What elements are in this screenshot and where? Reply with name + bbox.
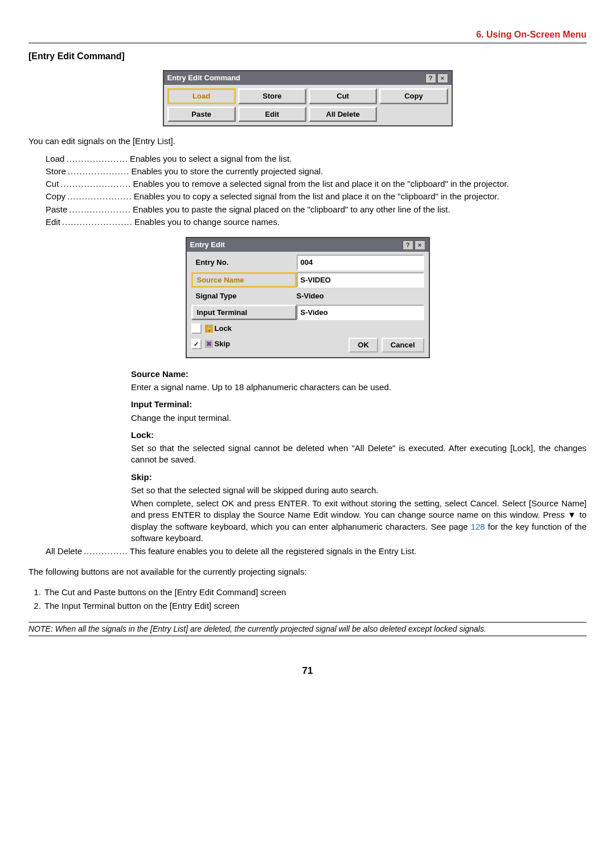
- copy-button[interactable]: Copy: [379, 88, 448, 104]
- def-store: Store.....................Enables you to…: [46, 166, 587, 177]
- source-name-value[interactable]: S-VIDEO: [297, 272, 424, 288]
- dialog-titlebar: Entry Edit Command ?×: [164, 71, 452, 85]
- list-item: The Cut and Paste buttons on the [Entry …: [43, 587, 587, 598]
- entry-no-label: Entry No.: [191, 256, 297, 269]
- all-delete-button[interactable]: All Delete: [309, 107, 377, 122]
- source-name-heading: Source Name:: [131, 369, 587, 380]
- lock-checkbox[interactable]: [191, 324, 202, 334]
- def-edit: Edit........................Enables you …: [46, 216, 587, 228]
- skip-icon: ✖: [205, 340, 213, 348]
- lock-text: Set so that the selected signal cannot b…: [131, 443, 587, 466]
- skip-checkbox-row: ✓ ✖ Skip: [191, 337, 230, 351]
- edit-button[interactable]: Edit: [238, 107, 306, 122]
- paste-button[interactable]: Paste: [167, 107, 236, 122]
- def-paste: Paste.....................Enables you to…: [46, 204, 587, 215]
- lock-icon: 🔒: [205, 325, 213, 333]
- header-rule: 6. Using On-Screen Menu: [28, 28, 587, 43]
- def-cut: Cut........................Enables you t…: [46, 178, 587, 190]
- skip-text: Set so that the selected signal will be …: [131, 485, 587, 496]
- skip-label: Skip: [215, 339, 230, 349]
- input-terminal-text: Change the input terminal.: [131, 412, 587, 424]
- intro-text: You can edit signals on the [Entry List]…: [28, 136, 587, 147]
- entry-edit-command-dialog: Entry Edit Command ?× Load Store Cut Cop…: [163, 70, 453, 126]
- titlebar-icons: ?×: [424, 73, 448, 83]
- signal-type-value: S-Video: [297, 289, 424, 303]
- entry-no-value: 004: [297, 255, 424, 271]
- not-available-list: The Cut and Paste buttons on the [Entry …: [43, 587, 587, 612]
- signal-type-label: Signal Type: [191, 289, 297, 303]
- source-name-button[interactable]: Source Name: [191, 272, 297, 288]
- note-text: NOTE: When all the signals in the [Entry…: [28, 622, 587, 636]
- help-icon[interactable]: ?: [403, 240, 413, 250]
- cut-button[interactable]: Cut: [309, 88, 377, 104]
- def-load: Load.....................Enables you to …: [46, 153, 587, 165]
- dialog2-title-text: Entry Edit: [190, 240, 225, 250]
- skip-checkbox[interactable]: ✓: [191, 339, 202, 349]
- list-item: The Input Terminal button on the [Entry …: [43, 600, 587, 612]
- titlebar-icons-2: ?×: [401, 240, 425, 250]
- dialog-title-text: Entry Edit Command: [167, 73, 241, 83]
- close-icon[interactable]: ×: [437, 73, 448, 83]
- lock-checkbox-row: 🔒 Lock: [191, 322, 424, 335]
- section-header: 6. Using On-Screen Menu: [28, 28, 587, 43]
- not-available-text: The following buttons are not available …: [28, 566, 587, 578]
- lock-heading: Lock:: [131, 429, 587, 441]
- lock-label: Lock: [215, 324, 232, 334]
- load-button[interactable]: Load: [167, 88, 236, 104]
- skip-heading: Skip:: [131, 472, 587, 483]
- close-icon[interactable]: ×: [415, 240, 425, 250]
- complete-text: When complete, select OK and press ENTER…: [131, 498, 587, 544]
- ok-button[interactable]: OK: [348, 338, 378, 353]
- page-subtitle: [Entry Edit Command]: [28, 50, 587, 63]
- input-terminal-value[interactable]: S-Video: [297, 305, 424, 321]
- page-number: 71: [28, 665, 587, 678]
- all-delete-def: All Delete...............This feature en…: [46, 546, 587, 557]
- cancel-button[interactable]: Cancel: [382, 338, 424, 353]
- input-terminal-button[interactable]: Input Terminal: [191, 305, 297, 321]
- input-terminal-heading: Input Terminal:: [131, 399, 587, 410]
- source-name-text: Enter a signal name. Up to 18 alphanumer…: [131, 382, 587, 393]
- dialog2-titlebar: Entry Edit ?×: [187, 238, 429, 252]
- descriptions: Source Name: Enter a signal name. Up to …: [131, 369, 587, 544]
- page-link-128[interactable]: 128: [471, 522, 485, 531]
- entry-edit-dialog: Entry Edit ?× Entry No. 004 Source Name …: [186, 237, 430, 358]
- def-copy: Copy......................Enables you to…: [46, 191, 587, 202]
- help-icon[interactable]: ?: [425, 73, 436, 83]
- command-definitions: Load.....................Enables you to …: [46, 153, 587, 228]
- store-button[interactable]: Store: [238, 88, 306, 104]
